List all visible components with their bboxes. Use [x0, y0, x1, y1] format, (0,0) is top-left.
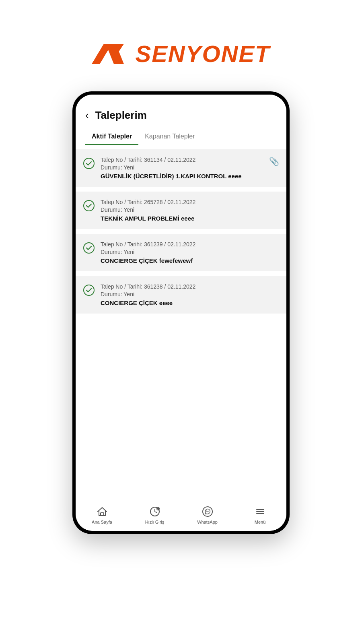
item-title: GÜVENLİK (ÜCRETLİDİR) 1.KAPI KONTROL eee…: [101, 173, 278, 180]
item-status: Durumu: Yeni: [101, 291, 278, 297]
tabs-bar: Aktif Talepler Kapanan Talepler: [76, 128, 286, 145]
list-item[interactable]: Talep No / Tarihi: 361239 / 02.11.2022 D…: [76, 234, 286, 271]
item-meta: Talep No / Tarihi: 361239 / 02.11.2022: [101, 241, 278, 248]
nav-item-home[interactable]: Ana Sayfa: [86, 505, 118, 524]
svg-rect-7: [101, 513, 104, 516]
svg-point-5: [84, 243, 94, 253]
item-meta: Talep No / Tarihi: 265728 / 02.11.2022: [101, 199, 278, 205]
list-item[interactable]: Talep No / Tarihi: 361134 / 02.11.2022 D…: [76, 149, 286, 187]
svg-text:+: +: [156, 508, 158, 510]
menu-icon: [254, 505, 267, 518]
clock-icon: +: [148, 505, 161, 518]
screen-header: ‹ Taleplerim: [76, 95, 286, 128]
item-info: Talep No / Tarihi: 361134 / 02.11.2022 D…: [101, 157, 278, 180]
phone-screen: ‹ Taleplerim Aktif Talepler Kapanan Tale…: [76, 95, 286, 531]
tab-aktif-talepler[interactable]: Aktif Talepler: [85, 128, 138, 145]
item-info: Talep No / Tarihi: 361238 / 02.11.2022 D…: [101, 283, 278, 306]
check-icon: [83, 200, 95, 212]
list-item[interactable]: Talep No / Tarihi: 361238 / 02.11.2022 D…: [76, 276, 286, 314]
item-info: Talep No / Tarihi: 361239 / 02.11.2022 D…: [101, 241, 278, 264]
item-status: Durumu: Yeni: [101, 164, 278, 171]
item-meta: Talep No / Tarihi: 361134 / 02.11.2022: [101, 157, 278, 163]
logo-area: SENYONET: [92, 40, 270, 67]
item-status: Durumu: Yeni: [101, 206, 278, 213]
nav-item-whatsapp[interactable]: WhatsApp: [191, 505, 224, 524]
check-icon: [83, 157, 95, 169]
bottom-nav: Ana Sayfa + Hızlı Giriş: [76, 501, 286, 531]
requests-list: Talep No / Tarihi: 361134 / 02.11.2022 D…: [76, 145, 286, 501]
nav-label-hizli-giris: Hızlı Giriş: [145, 520, 165, 524]
phone-mockup: ‹ Taleplerim Aktif Talepler Kapanan Tale…: [72, 91, 290, 534]
item-info: Talep No / Tarihi: 265728 / 02.11.2022 D…: [101, 199, 278, 222]
logo-icon: [92, 42, 128, 66]
svg-point-4: [84, 200, 94, 211]
list-item[interactable]: Talep No / Tarihi: 265728 / 02.11.2022 D…: [76, 192, 286, 229]
attachment-icon: 📎: [269, 157, 279, 166]
back-button[interactable]: ‹: [85, 109, 89, 122]
item-meta: Talep No / Tarihi: 361238 / 02.11.2022: [101, 283, 278, 290]
item-title: CONCIERGE ÇİÇEK eeee: [101, 299, 278, 306]
svg-point-6: [84, 285, 94, 295]
item-title: TEKNİK AMPUL PROBLEMİ eeee: [101, 215, 278, 222]
item-status: Durumu: Yeni: [101, 249, 278, 255]
nav-label-whatsapp: WhatsApp: [197, 520, 218, 524]
nav-label-home: Ana Sayfa: [92, 520, 112, 524]
svg-point-3: [84, 158, 94, 169]
whatsapp-icon: [201, 505, 214, 518]
check-icon: [83, 242, 95, 254]
logo-text: SENYONET: [135, 40, 270, 67]
home-icon: [96, 505, 109, 518]
item-title: CONCIERGE ÇİÇEK fewefewewf: [101, 257, 278, 264]
screen-title: Taleplerim: [95, 109, 147, 122]
nav-item-hizli-giris[interactable]: + Hızlı Giriş: [139, 505, 171, 524]
check-icon: [83, 284, 95, 296]
nav-label-menu: Menü: [255, 520, 266, 524]
nav-item-menu[interactable]: Menü: [244, 505, 276, 524]
tab-kapanan-talepler[interactable]: Kapanan Talepler: [138, 128, 201, 145]
